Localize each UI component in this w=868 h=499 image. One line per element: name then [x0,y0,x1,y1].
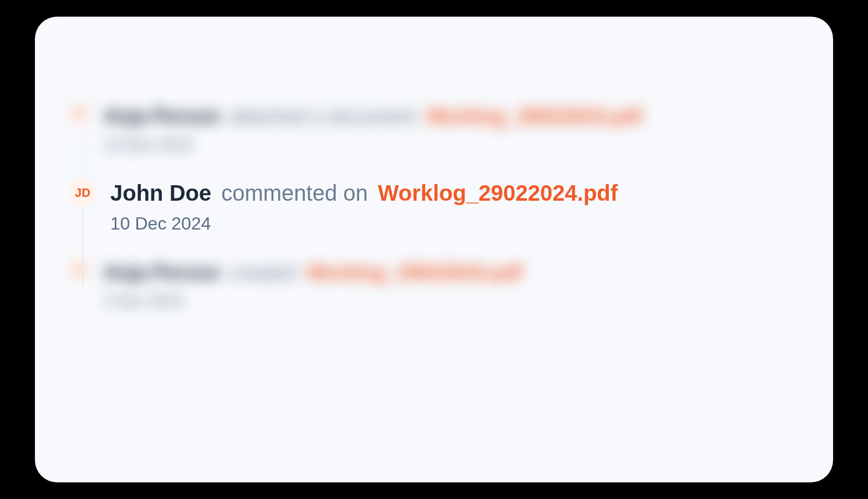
person-name: Anja Person [104,261,220,284]
activity-line: Anja Person created Worklog_29022024.pdf [104,261,800,284]
file-link[interactable]: Worklog_29022024.pdf [426,105,642,128]
activity-line: Anja Person attached a document Worklog_… [104,105,800,128]
avatar[interactable]: JD [68,179,97,207]
avatar[interactable]: AP [68,103,90,125]
action-text: commented on [221,181,368,206]
action-text: created [230,261,297,284]
file-link[interactable]: Worklog_29022024.pdf [307,261,523,284]
activity-item: AP Anja Person attached a document Workl… [68,103,800,154]
activity-date: 14 Dec 2024 [104,136,800,154]
avatar-initials: AP [73,109,85,119]
timeline-connector [82,210,83,284]
avatar[interactable]: AP [68,259,90,281]
person-name: Anja Person [104,105,220,128]
avatar-initials: JD [75,186,90,200]
activity-item-focused: JD John Doe commented on Worklog_2902202… [68,179,800,234]
person-name: John Doe [110,181,211,206]
activity-feed-card: AP Anja Person attached a document Workl… [35,17,833,482]
activity-line: John Doe commented on Worklog_29022024.p… [110,181,800,206]
action-text: attached a document [230,105,416,128]
activity-date: 10 Dec 2024 [110,213,800,234]
spacer [68,234,800,259]
activity-item: AP Anja Person created Worklog_29022024.… [68,259,800,310]
activity-content: John Doe commented on Worklog_29022024.p… [110,179,800,234]
spacer [68,154,800,179]
file-link[interactable]: Worklog_29022024.pdf [378,181,618,206]
activity-content: Anja Person attached a document Worklog_… [104,103,800,154]
activity-content: Anja Person created Worklog_29022024.pdf… [104,259,800,310]
activity-date: 2 Dec 2024 [104,292,800,310]
activity-list: AP Anja Person attached a document Workl… [68,50,800,310]
avatar-initials: AP [73,265,85,275]
